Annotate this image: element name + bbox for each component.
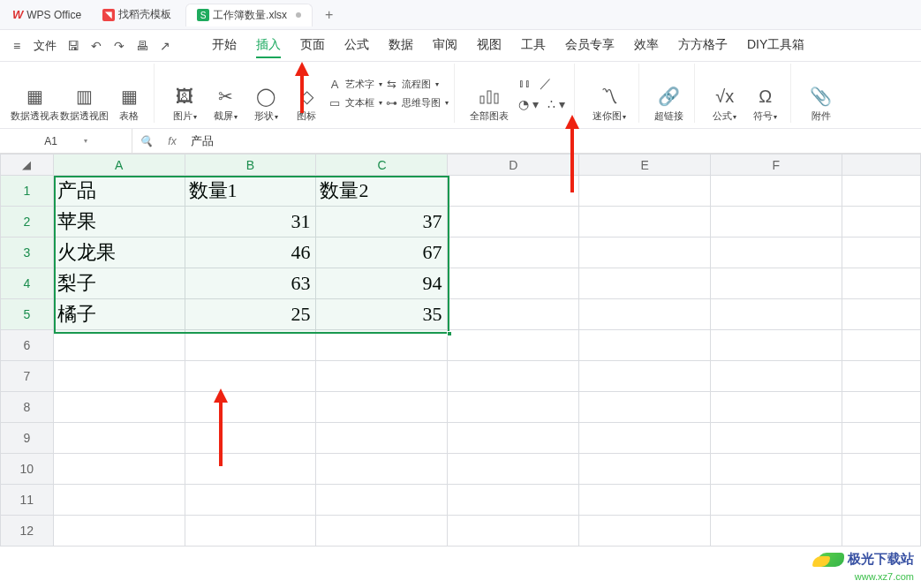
cell[interactable] [579, 207, 711, 237]
cell[interactable] [842, 176, 920, 207]
select-all-corner[interactable]: ◢ [1, 155, 54, 176]
cell[interactable] [842, 299, 920, 330]
name-box[interactable]: A1 ▾ [0, 129, 132, 153]
cell-B4[interactable]: 63 [185, 268, 316, 299]
cell-A1[interactable]: 产品 [53, 176, 185, 207]
cell[interactable] [842, 330, 920, 361]
cell[interactable] [448, 237, 579, 268]
cell[interactable] [579, 268, 711, 299]
cell[interactable] [579, 361, 711, 392]
cell[interactable] [316, 392, 448, 423]
cell[interactable] [53, 485, 185, 516]
row-header-3[interactable]: 3 [1, 237, 54, 268]
cell-C4[interactable]: 94 [316, 268, 448, 299]
row-header-6[interactable]: 6 [1, 330, 54, 361]
cell[interactable] [53, 361, 185, 392]
row-header-2[interactable]: 2 [1, 207, 54, 237]
cell[interactable] [448, 516, 579, 547]
cell[interactable] [579, 330, 711, 361]
cell[interactable] [185, 454, 316, 485]
cell[interactable] [53, 516, 185, 547]
cell[interactable] [448, 392, 579, 423]
tab-file-active[interactable]: S 工作簿数量.xlsx [185, 4, 313, 26]
formula-button[interactable]: √x 公式▾ [706, 86, 744, 123]
cell[interactable] [710, 268, 842, 299]
tab-templates[interactable]: ◥ 找稻壳模板 [92, 4, 182, 26]
cell[interactable] [579, 516, 711, 547]
line-chart-icon[interactable]: ／ [540, 76, 552, 92]
icon-button[interactable]: ◇ 图标 [287, 86, 326, 123]
cell[interactable] [448, 423, 579, 454]
cell-C1[interactable]: 数量2 [316, 176, 448, 207]
menu-start[interactable]: 开始 [212, 34, 237, 58]
add-tab-button[interactable]: + [316, 7, 342, 23]
undo-icon[interactable]: ↶ [85, 34, 108, 57]
textbox-button[interactable]: ▭文本框▾ [328, 96, 382, 109]
cell-A3[interactable]: 火龙果 [53, 237, 185, 268]
cell[interactable] [842, 485, 920, 516]
cell[interactable] [579, 454, 711, 485]
save-icon[interactable]: 🖫 [62, 34, 85, 57]
cell[interactable] [842, 268, 920, 299]
menu-eff[interactable]: 效率 [634, 34, 659, 58]
cell[interactable] [579, 423, 711, 454]
cell[interactable] [448, 330, 579, 361]
cell[interactable] [842, 454, 920, 485]
cell[interactable] [842, 237, 920, 268]
row-header-4[interactable]: 4 [1, 268, 54, 299]
cell[interactable] [842, 516, 920, 547]
row-header-11[interactable]: 11 [1, 485, 54, 516]
fx-icon[interactable]: fx [159, 135, 185, 147]
cell-B2[interactable]: 31 [185, 207, 316, 237]
cell[interactable] [710, 392, 842, 423]
cell[interactable] [710, 423, 842, 454]
spreadsheet-grid[interactable]: ◢ A B C D E F 1 产品 数量1 数量2 2 苹果 31 37 3 … [0, 154, 921, 547]
pivot-chart-button[interactable]: ▥ 数据透视图 [60, 86, 108, 123]
scatter-chart-icon[interactable]: ∴ ▾ [547, 97, 565, 111]
hyperlink-button[interactable]: 🔗 超链接 [650, 86, 689, 123]
menu-formula[interactable]: 公式 [344, 34, 369, 58]
mindmap-button[interactable]: ⊶思维导图▾ [384, 96, 449, 109]
menu-tools[interactable]: 工具 [521, 34, 546, 58]
table-button[interactable]: ▦ 表格 [109, 86, 148, 123]
symbol-button[interactable]: Ω 符号▾ [746, 86, 785, 123]
cell-C5[interactable]: 35 [316, 299, 448, 330]
cell[interactable] [842, 423, 920, 454]
cell[interactable] [448, 176, 579, 207]
row-header-10[interactable]: 10 [1, 454, 54, 485]
cell[interactable] [448, 454, 579, 485]
cell[interactable] [579, 485, 711, 516]
redo-icon[interactable]: ↷ [108, 34, 131, 57]
menu-member[interactable]: 会员专享 [565, 34, 615, 58]
cell[interactable] [448, 268, 579, 299]
cell[interactable] [53, 330, 185, 361]
cell[interactable] [448, 299, 579, 330]
cell[interactable] [185, 516, 316, 547]
cell[interactable] [710, 361, 842, 392]
screenshot-button[interactable]: ✂ 截屏▾ [206, 86, 245, 123]
cell[interactable] [710, 454, 842, 485]
cell[interactable] [448, 207, 579, 237]
all-charts-button[interactable]: 全部图表 [465, 86, 513, 123]
cell-A2[interactable]: 苹果 [53, 207, 185, 237]
cell-B1[interactable]: 数量1 [185, 176, 316, 207]
cell[interactable] [53, 454, 185, 485]
menu-ffgz[interactable]: 方方格子 [678, 34, 728, 58]
name-box-dropdown-icon[interactable]: ▾ [84, 137, 87, 145]
cell[interactable] [316, 361, 448, 392]
sparkline-button[interactable]: 〽 迷你图▾ [585, 86, 633, 123]
cell[interactable] [185, 392, 316, 423]
bar-chart-icon[interactable]: ⫾⫾ [518, 76, 531, 92]
cell[interactable] [842, 392, 920, 423]
cell[interactable] [185, 423, 316, 454]
print-icon[interactable]: 🖶 [131, 34, 154, 57]
cell[interactable] [579, 237, 711, 268]
cell[interactable] [316, 485, 448, 516]
pie-chart-icon[interactable]: ◔ ▾ [518, 97, 539, 111]
col-header-D[interactable]: D [448, 155, 579, 176]
cell[interactable] [448, 361, 579, 392]
cell-A4[interactable]: 梨子 [53, 268, 185, 299]
menu-view[interactable]: 视图 [477, 34, 502, 58]
hamburger-icon[interactable]: ≡ [5, 34, 28, 57]
cell[interactable] [710, 330, 842, 361]
